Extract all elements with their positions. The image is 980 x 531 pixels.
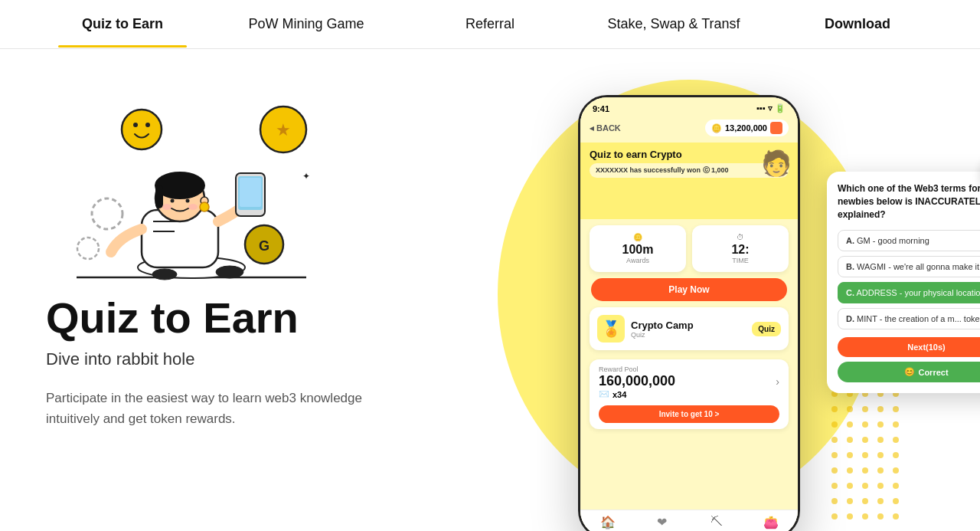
x34-value: x34 (612, 390, 626, 399)
crypto-camp-text-block: Crypto Camp Quiz (631, 320, 694, 339)
envelope-icon: ✉️ (599, 389, 609, 399)
svg-point-46 (877, 421, 884, 428)
svg-point-51 (877, 437, 884, 443)
svg-point-1 (92, 198, 122, 229)
hero-subheading: Dive into rabbit hole (46, 349, 444, 369)
svg-point-41 (877, 406, 884, 412)
back-label: BACK (596, 123, 621, 133)
hero-heading: Quiz to Earn (46, 294, 444, 342)
back-button[interactable]: ◂ BACK (590, 123, 621, 133)
svg-point-62 (893, 467, 899, 474)
hero-description: Participate in the easiest way to learn … (46, 388, 398, 429)
svg-point-77 (893, 513, 899, 520)
prize-label: Awards (596, 257, 680, 264)
phone-nav-item-3[interactable]: ⛏ (689, 515, 743, 531)
play-now-button[interactable]: Play Now (591, 278, 787, 301)
svg-point-26 (216, 266, 243, 278)
coin-symbol: 🪙 (596, 233, 680, 241)
wallet-nav-icon: 👛 (743, 515, 798, 529)
svg-point-47 (893, 421, 899, 428)
dot-pattern-right: /* dots rendered inline below */ (827, 371, 949, 524)
ticker-bar: XXXXXXX has successfully won ⓒ 1,000 (590, 163, 789, 178)
svg-point-55 (862, 452, 868, 458)
timer-value: 12: (698, 243, 782, 257)
svg-point-61 (877, 467, 884, 474)
svg-point-64 (847, 483, 853, 489)
nav-quiz-to-earn[interactable]: Quiz to Earn (31, 1, 214, 48)
main-content: ★ G ✦ ✦ (0, 49, 980, 531)
chevron-right-icon: › (776, 375, 779, 388)
svg-point-39 (847, 406, 853, 412)
nav-download[interactable]: Download (766, 1, 949, 48)
next-button[interactable]: Next(10s) (838, 337, 980, 357)
svg-point-63 (831, 483, 838, 489)
svg-rect-16 (155, 185, 163, 208)
prize-box-timer: ⏱ 12: TIME (692, 225, 789, 272)
heart-nav-icon: ❤ (635, 515, 689, 529)
svg-point-76 (877, 513, 884, 520)
quiz-question: Which one of the Web3 terms for newbies … (838, 182, 980, 221)
phone-nav-quiz[interactable]: 🏠 Quiz to Earn (580, 515, 635, 531)
svg-point-49 (847, 437, 853, 443)
nav-referral[interactable]: Referral (398, 1, 582, 48)
svg-point-45 (862, 421, 868, 428)
x34-badge: ✉️ x34 (599, 389, 779, 399)
correct-button[interactable]: 😊 Correct (838, 362, 980, 382)
prize-row: 🪙 100m Awards ⏱ 12: TIME (580, 219, 798, 278)
svg-point-2 (77, 238, 99, 259)
svg-point-57 (893, 452, 899, 458)
svg-point-73 (831, 513, 838, 520)
quiz-nav-icon: 🏠 (580, 515, 635, 529)
timer-icon: ⏱ (698, 233, 782, 241)
svg-point-4 (133, 123, 138, 127)
svg-point-38 (831, 406, 838, 412)
timer-label: TIME (698, 257, 782, 264)
crypto-camp-row[interactable]: 🏅 Crypto Camp Quiz Quiz (590, 307, 789, 350)
svg-point-68 (831, 498, 838, 504)
phone-nav-item-2[interactable]: ❤ (635, 515, 689, 531)
phone-bottom-nav: 🏠 Quiz to Earn ❤ ⛏ 👛 (580, 510, 798, 531)
reward-pool-label: Reward Pool (599, 365, 779, 373)
svg-point-27 (152, 269, 177, 280)
quiz-option-a[interactable]: A. GM - good morning (838, 230, 980, 251)
hero-illustration: ★ G ✦ ✦ (46, 87, 337, 294)
phone-screen: 9:41 ▪▪▪ ▿ 🔋 ◂ BACK 🪙 13,200,000 (580, 97, 798, 531)
svg-point-59 (847, 467, 853, 474)
invite-button[interactable]: Invite to get 10 > (599, 405, 779, 423)
svg-point-74 (847, 513, 853, 520)
svg-point-19 (171, 199, 175, 203)
reward-pool: Reward Pool 160,000,000 › ✉️ x34 Invite … (590, 359, 789, 429)
hero-left: ★ G ✦ ✦ (46, 72, 444, 429)
phone-status-bar: 9:41 ▪▪▪ ▿ 🔋 (580, 97, 798, 116)
svg-point-53 (831, 452, 838, 458)
svg-point-66 (877, 483, 884, 489)
orange-indicator (770, 122, 782, 134)
svg-point-72 (893, 498, 899, 504)
phone-hero-area: Quiz to earn Crypto XXXXXXX has successf… (580, 143, 798, 219)
navigation: Quiz to Earn PoW Mining Game Referral St… (0, 0, 980, 49)
reward-pool-amount: 160,000,000 (599, 373, 675, 389)
svg-text:✦: ✦ (302, 171, 310, 182)
nav-stake-swap[interactable]: Stake, Swap & Transf (582, 1, 766, 48)
hero-character-icon: 🧑 (761, 149, 792, 178)
svg-point-56 (877, 452, 884, 458)
svg-point-22 (188, 204, 198, 210)
svg-point-60 (862, 467, 868, 474)
svg-point-75 (862, 513, 868, 520)
phone-mockup: 9:41 ▪▪▪ ▿ 🔋 ◂ BACK 🪙 13,200,000 (578, 95, 800, 531)
svg-point-50 (862, 437, 868, 443)
svg-text:★: ★ (276, 120, 291, 139)
quiz-option-b[interactable]: B. WAGMI - we're all gonna make it (838, 256, 980, 277)
quiz-option-c[interactable]: C. ADDRESS - your physical location ✓ (838, 282, 980, 303)
svg-point-71 (877, 498, 884, 504)
quiz-tag: Quiz (752, 322, 781, 336)
quiz-option-d[interactable]: D. MINT - the creation of a m... token (838, 308, 980, 329)
phone-time: 9:41 (593, 104, 609, 113)
svg-point-5 (145, 123, 150, 127)
nav-pow-mining[interactable]: PoW Mining Game (214, 1, 398, 48)
svg-point-54 (847, 452, 853, 458)
svg-point-21 (162, 204, 172, 210)
phone-nav-item-4[interactable]: 👛 (743, 515, 798, 531)
svg-point-44 (847, 421, 853, 428)
svg-point-48 (831, 437, 838, 443)
